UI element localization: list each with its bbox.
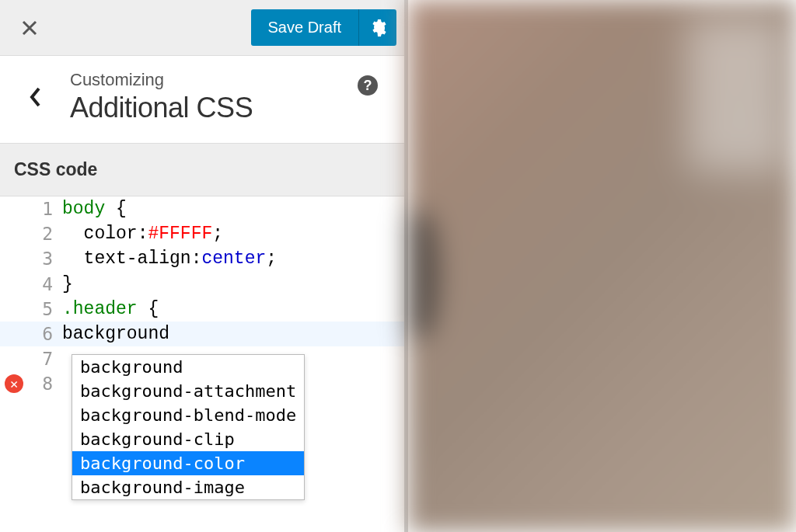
error-icon[interactable]: ✕ (5, 374, 23, 393)
save-draft-button[interactable]: Save Draft (251, 9, 359, 46)
line-number: 1 (0, 196, 62, 221)
css-code-editor[interactable]: 1body {2 color:#FFFFF;3 text-align:cente… (0, 196, 404, 532)
code-line[interactable]: 1body { (0, 196, 404, 221)
code-line[interactable]: 6background (0, 322, 404, 346)
autocomplete-item[interactable]: background-image (72, 475, 304, 499)
line-number: 5 (0, 297, 62, 322)
panel-header: Customizing Additional CSS ? (0, 56, 404, 144)
close-button[interactable] (8, 6, 51, 49)
settings-button[interactable] (359, 9, 396, 46)
code-content[interactable]: text-align:center; (62, 246, 404, 271)
breadcrumb: Customizing (70, 70, 358, 90)
autocomplete-item[interactable]: background-blend-mode (72, 403, 304, 427)
section-label: CSS code (0, 144, 404, 196)
code-content[interactable]: background (62, 322, 404, 346)
autocomplete-item[interactable]: background-attachment (72, 379, 304, 403)
line-number: 7 (0, 346, 62, 371)
line-number: 3 (0, 246, 62, 271)
code-line[interactable]: 2 color:#FFFFF; (0, 221, 404, 246)
code-content[interactable]: body { (62, 196, 404, 221)
line-number: 4 (0, 272, 62, 297)
site-preview (408, 0, 796, 532)
autocomplete-item[interactable]: background-color (72, 451, 304, 475)
topbar-actions: Save Draft (251, 9, 396, 46)
code-content[interactable]: } (62, 272, 404, 297)
page-title: Additional CSS (70, 92, 358, 124)
line-number: 6 (0, 322, 62, 346)
code-content[interactable]: .header { (62, 297, 404, 322)
header-titles: Customizing Additional CSS (70, 70, 358, 124)
autocomplete-item[interactable]: background-clip (72, 427, 304, 451)
code-line[interactable]: 3 text-align:center; (0, 246, 404, 271)
line-number: 8✕ (0, 371, 62, 396)
code-line[interactable]: 5.header { (0, 297, 404, 322)
code-content[interactable]: color:#FFFFF; (62, 221, 404, 246)
help-button[interactable]: ? (358, 75, 378, 96)
autocomplete-item[interactable]: background (72, 355, 304, 379)
code-line[interactable]: 4} (0, 272, 404, 297)
close-icon (21, 19, 38, 37)
topbar: Save Draft (0, 0, 404, 56)
back-button[interactable] (0, 86, 70, 108)
chevron-left-icon (29, 86, 41, 108)
autocomplete-popup[interactable]: backgroundbackground-attachmentbackgroun… (72, 354, 305, 500)
gear-icon (368, 19, 387, 37)
customizer-panel: Save Draft Customizing Additional CSS ? … (0, 0, 408, 532)
line-number: 2 (0, 221, 62, 246)
